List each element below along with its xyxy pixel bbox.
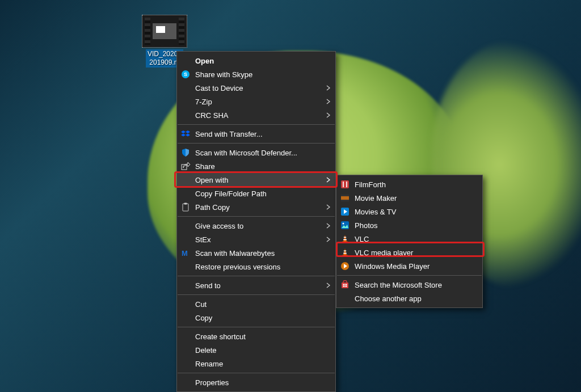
chevron-right-icon (326, 99, 331, 104)
malwarebytes-icon: M (180, 248, 191, 258)
dropbox-icon (180, 129, 191, 139)
menu-create-shortcut[interactable]: Create shortcut (177, 330, 335, 343)
blank-icon (340, 293, 350, 304)
menu-separator (178, 143, 335, 144)
blank-icon (180, 175, 191, 185)
chevron-right-icon (326, 204, 331, 210)
svg-rect-18 (342, 255, 348, 256)
svg-rect-22 (346, 284, 347, 285)
menu-path-copy[interactable]: Path Copy (177, 200, 335, 214)
submenu-vlc-media-player[interactable]: VLC media player (336, 246, 482, 259)
movie-maker-icon (340, 193, 350, 203)
menu-rename[interactable]: Rename (177, 357, 335, 370)
menu-separator (178, 327, 335, 327)
chevron-right-icon (326, 85, 331, 91)
menu-stex[interactable]: StEx (177, 233, 335, 246)
menu-open-with[interactable]: Open with (177, 173, 335, 187)
svg-rect-14 (343, 239, 347, 241)
menu-crc-sha[interactable]: CRC SHA (177, 108, 335, 122)
menu-send-to[interactable]: Send to (177, 279, 335, 292)
submenu-filmforth[interactable]: FilmForth (336, 178, 482, 191)
menu-cut[interactable]: Cut (177, 297, 335, 311)
blank-icon (180, 96, 191, 107)
blank-icon (180, 313, 191, 323)
submenu-windows-media-player[interactable]: Windows Media Player (336, 259, 482, 273)
blank-icon (180, 83, 191, 93)
vlc-cone-icon (340, 234, 350, 244)
blank-icon (180, 234, 191, 245)
menu-separator (178, 276, 335, 276)
blank-icon (180, 331, 191, 342)
skype-icon: S (180, 69, 191, 79)
svg-rect-20 (342, 283, 348, 288)
menu-defender-scan[interactable]: Scan with Microsoft Defender... (177, 146, 335, 159)
svg-point-12 (343, 223, 344, 225)
blank-icon (180, 359, 191, 369)
menu-separator (178, 294, 335, 295)
submenu-vlc[interactable]: VLC (336, 232, 482, 246)
menu-delete[interactable]: Delete (177, 343, 335, 357)
photos-icon (340, 220, 350, 230)
menu-share[interactable]: Share (177, 159, 335, 173)
svg-rect-23 (343, 286, 345, 287)
chevron-right-icon (326, 177, 331, 183)
svg-rect-8 (341, 195, 349, 196)
blank-icon (180, 377, 191, 387)
chevron-right-icon (326, 223, 331, 229)
menu-separator (178, 124, 335, 125)
blank-icon (180, 262, 191, 272)
submenu-movie-maker[interactable]: Movie Maker (336, 191, 482, 205)
clipboard-icon (180, 202, 191, 212)
blank-icon (180, 299, 191, 309)
chevron-right-icon (326, 237, 331, 242)
menu-separator (337, 275, 482, 276)
blank-icon (180, 188, 191, 199)
svg-rect-24 (346, 286, 347, 287)
menu-7zip[interactable]: 7-Zip (177, 95, 335, 108)
svg-rect-6 (341, 180, 349, 188)
menu-cast-to-device[interactable]: Cast to Device (177, 81, 335, 95)
open-with-submenu: FilmForth Movie Maker Movies & TV Photos… (336, 175, 483, 308)
submenu-photos[interactable]: Photos (336, 218, 482, 232)
context-menu: Open S Share with Skype Cast to Device 7… (176, 51, 336, 392)
svg-rect-16 (344, 251, 346, 252)
share-icon (180, 161, 191, 171)
ms-store-icon (340, 280, 350, 290)
blank-icon (180, 345, 191, 355)
svg-rect-17 (343, 253, 347, 254)
menu-properties[interactable]: Properties (177, 376, 335, 389)
menu-open[interactable]: Open (177, 54, 335, 68)
defender-icon (180, 147, 191, 158)
menu-give-access-to[interactable]: Give access to (177, 219, 335, 233)
submenu-choose-another-app[interactable]: Choose another app (336, 292, 482, 305)
vlc-cone-icon (340, 247, 350, 258)
menu-scan-malwarebytes[interactable]: M Scan with Malwarebytes (177, 246, 335, 260)
blank-icon (180, 221, 191, 231)
menu-copy[interactable]: Copy (177, 311, 335, 324)
blank-icon (180, 110, 191, 120)
svg-rect-13 (344, 237, 346, 238)
movies-tv-icon (340, 206, 350, 217)
chevron-right-icon (326, 112, 331, 118)
menu-separator (178, 216, 335, 217)
chevron-right-icon (326, 283, 331, 288)
svg-rect-15 (342, 242, 348, 243)
submenu-search-store[interactable]: Search the Microsoft Store (336, 278, 482, 292)
svg-rect-4 (184, 203, 187, 205)
svg-text:M: M (182, 249, 188, 258)
submenu-movies-tv[interactable]: Movies & TV (336, 205, 482, 218)
svg-rect-3 (183, 204, 188, 211)
wmp-icon (340, 261, 350, 271)
blank-icon (180, 280, 191, 290)
svg-rect-9 (341, 200, 349, 201)
menu-send-with-transfer[interactable]: Send with Transfer... (177, 127, 335, 141)
filmforth-icon (340, 179, 350, 189)
menu-share-skype[interactable]: S Share with Skype (177, 68, 335, 81)
video-thumbnail (142, 15, 187, 48)
menu-copy-file-folder-path[interactable]: Copy File/Folder Path (177, 187, 335, 200)
svg-text:S: S (184, 71, 187, 77)
blank-icon (180, 56, 191, 66)
menu-separator (178, 373, 335, 373)
svg-rect-21 (343, 284, 345, 285)
menu-restore-previous-versions[interactable]: Restore previous versions (177, 260, 335, 273)
